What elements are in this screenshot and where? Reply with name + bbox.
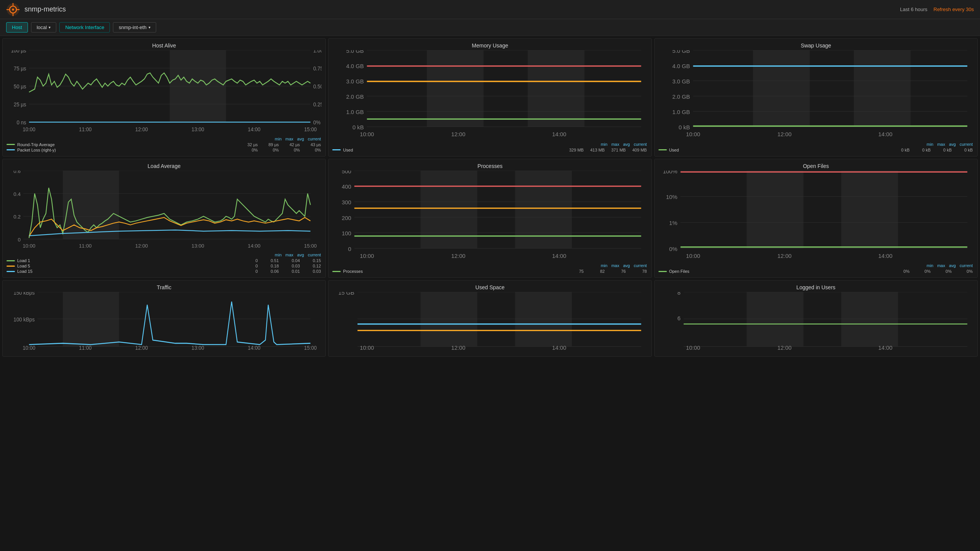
svg-text:10:00: 10:00 [23,344,35,351]
svg-text:12:00: 12:00 [451,253,466,259]
traffic-svg: 150 kBps 100 kBps 10:00 11:00 12:00 13:0… [7,292,322,356]
host-alive-svg: 100 µs 75 µs 50 µs 25 µs 0 ns 1.00% 0.75… [7,50,322,134]
panel-memory-usage-chart: 5.0 GB 4.0 GB 3.0 GB 2.0 GB 1.0 GB 0 kB … [328,50,651,140]
legend-row-swap-used: Used 0 kB 0 kB 0 kB 0 kB [658,148,973,152]
svg-text:10%: 10% [666,194,677,200]
svg-text:1%: 1% [669,219,677,226]
processes-values: 75 82 76 78 [567,269,648,274]
panel-swap-usage-chart: 5.0 GB 4.0 GB 3.0 GB 2.0 GB 1.0 GB 0 kB … [655,50,977,140]
header-right: Last 6 hours Refresh every 30s [900,7,974,12]
svg-rect-104 [841,171,898,248]
load15-values: 0 0.06 0.01 0.03 [240,269,322,274]
svg-text:12:00: 12:00 [135,243,148,249]
legend-row-packet-loss: Packet Loss (right-y) 0% 0% 0% 0% [7,148,322,152]
load5-label: Load 5 [17,264,240,268]
panel-processes-chart: 500 400 300 200 100 0 10:00 12:00 14:00 [328,171,651,261]
open-files-line-icon [658,271,667,272]
svg-text:150 kBps: 150 kBps [13,292,34,296]
legend-row-processes: Processes 75 82 76 78 [332,269,647,274]
svg-text:14:00: 14:00 [878,253,892,259]
app-title: snmp-metrics [24,5,66,13]
time-range-label: Last 6 hours [900,7,928,12]
svg-text:14:00: 14:00 [248,126,260,132]
svg-rect-118 [63,292,119,347]
svg-text:3.0 GB: 3.0 GB [346,78,364,85]
svg-text:14:00: 14:00 [552,253,567,259]
load-legend-header: min max avg current [7,253,322,257]
panel-logged-in-users-title: Logged in Users [655,280,977,292]
svg-text:5.0 GB: 5.0 GB [346,50,364,54]
svg-text:0.25%: 0.25% [313,102,322,108]
grafana-logo-icon [6,3,20,16]
svg-text:10:00: 10:00 [360,344,374,351]
panel-swap-legend: min max avg current Used 0 kB 0 kB 0 kB … [655,140,977,156]
legend-row-load15: Load 15 0 0.06 0.01 0.03 [7,269,322,274]
svg-text:12:00: 12:00 [135,126,148,132]
svg-text:14:00: 14:00 [248,344,260,351]
svg-text:12:00: 12:00 [451,344,466,351]
swap-used-line-icon [658,149,667,150]
open-files-label: Open Files [669,269,892,274]
svg-text:0%: 0% [313,120,320,126]
memory-used-label: Used [343,148,566,152]
svg-text:12:00: 12:00 [777,253,791,259]
open-files-legend-header: min max avg current [658,263,973,268]
load15-line-icon [7,271,15,272]
svg-text:10:00: 10:00 [23,126,35,132]
panel-swap-usage-title: Swap Usage [655,39,977,50]
svg-text:100 µs: 100 µs [11,50,26,54]
memory-svg: 5.0 GB 4.0 GB 3.0 GB 2.0 GB 1.0 GB 0 kB … [332,50,647,140]
load1-label: Load 1 [17,258,240,263]
svg-text:12:00: 12:00 [777,344,791,351]
panel-open-files-legend: min max avg current Open Files 0% 0% 0% … [655,261,977,277]
swap-svg: 5.0 GB 4.0 GB 3.0 GB 2.0 GB 1.0 GB 0 kB … [658,50,973,140]
svg-text:0.4: 0.4 [13,191,21,197]
svg-text:13:00: 13:00 [191,243,204,249]
svg-text:500: 500 [342,171,351,174]
packet-loss-values: 0% 0% 0% 0% [240,148,322,152]
svg-text:11:00: 11:00 [79,243,91,249]
packet-loss-line-icon [7,149,15,150]
load5-values: 0 0.18 0.03 0.12 [240,264,322,268]
svg-text:400: 400 [342,183,351,190]
svg-text:0: 0 [18,236,20,242]
load-avg-svg: 0.6 0.4 0.2 0 10:00 11:00 12:00 13:00 14… [7,171,322,251]
refresh-label[interactable]: Refresh every 30s [934,7,974,12]
svg-text:15 GB: 15 GB [338,292,354,296]
processes-line-icon [332,271,341,272]
used-space-svg: 15 GB 10:00 12:00 14:00 [332,292,647,356]
navbar: Host local Network Interface snmp-int-et… [0,19,980,36]
svg-text:15:00: 15:00 [304,243,317,249]
panel-load-average: Load Average 0.6 0.4 0.2 0 10:00 11:00 1… [2,159,326,278]
svg-rect-103 [746,171,803,248]
panel-host-alive-chart: 100 µs 75 µs 50 µs 25 µs 0 ns 1.00% 0.75… [3,50,325,134]
panel-host-alive-title: Host Alive [3,39,325,50]
rtt-line-icon [7,144,15,145]
legend-row-rtt: Round-Trip Average 32 µs 89 µs 42 µs 43 … [7,142,322,147]
svg-text:0 kB: 0 kB [353,124,364,130]
svg-text:0.6: 0.6 [13,171,20,174]
network-interface-nav-button[interactable]: Network Interface [59,22,110,33]
svg-text:0 kB: 0 kB [678,124,690,130]
open-files-svg: 100% 10% 1% 0% 10:00 12:00 14:00 [658,171,973,261]
header: snmp-metrics Last 6 hours Refresh every … [0,0,980,19]
svg-rect-49 [753,50,810,127]
svg-point-2 [12,8,14,10]
panel-traffic-chart: 150 kBps 100 kBps 10:00 11:00 12:00 13:0… [3,292,325,356]
snmp-int-eth-nav-button[interactable]: snmp-int-eth [113,22,156,33]
svg-text:10:00: 10:00 [360,253,374,259]
host-nav-button[interactable]: Host [6,22,28,33]
panel-memory-usage: Memory Usage 5.0 GB 4.0 GB 3.0 GB 2.0 GB… [328,38,652,156]
svg-text:6: 6 [677,315,680,321]
panel-used-space-chart: 15 GB 10:00 12:00 14:00 [328,292,651,356]
rtt-label: Round-Trip Average [17,142,240,147]
panel-logged-in-users-chart: 8 6 10:00 12:00 14:00 [655,292,977,356]
panel-logged-in-users: Logged in Users 8 6 10:00 12:00 14:00 [654,280,978,357]
svg-rect-130 [421,292,477,347]
svg-text:0.75%: 0.75% [313,66,322,72]
local-nav-button[interactable]: local [31,22,57,33]
processes-legend-header: min max avg current [332,263,647,268]
load5-line-icon [7,266,15,267]
panel-load-average-title: Load Average [3,159,325,171]
panel-used-space-title: Used Space [328,280,651,292]
